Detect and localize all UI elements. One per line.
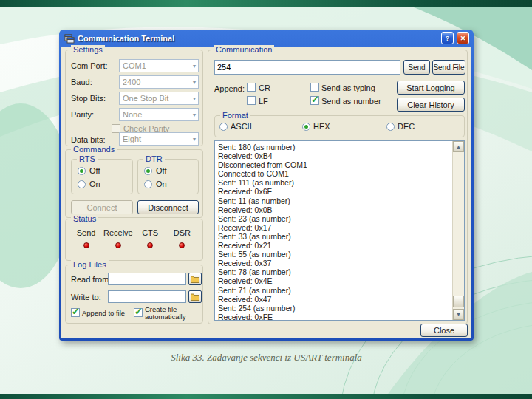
help-button[interactable]: ? [441,32,454,44]
rts-off-radio[interactable] [78,167,86,175]
window-close-button[interactable]: ✕ [457,32,469,44]
log-line: Sent: 11 (as number) [218,197,451,205]
format-group-label: Format [220,111,250,120]
write-to-label: Write to: [71,293,101,301]
chevron-down-icon: ▾ [193,79,196,86]
lf-label: LF [259,97,268,106]
commands-group-label: Commands [71,145,117,154]
dtr-group-label: DTR [143,154,165,163]
check-icon: ✓ [72,306,80,317]
stop-bits-value: One Stop Bit [123,94,193,103]
format-ascii-label: ASCII [231,122,252,131]
com-port-label: Com Port: [71,61,108,70]
data-bits-label: Data bits: [71,135,105,144]
clear-history-button[interactable]: Clear History [397,98,465,112]
status-receive: Receive [102,228,134,248]
figure-caption: Slika 33. Zadavanje sekvenci iz USART te… [59,352,474,364]
scrollbar-thumb[interactable] [453,296,464,307]
send-as-number-label: Send as number [321,97,381,106]
format-hex-label: HEX [313,122,330,131]
check-icon: ✓ [311,94,319,105]
disconnect-button[interactable]: Disconnect [137,200,199,214]
send-input[interactable] [214,60,400,75]
create-file-label: Create file automatically [145,306,198,321]
settings-group-label: Settings [71,45,105,54]
log-line: Disconnected from COM1 [218,160,451,169]
log-lines: Sent: 180 (as number) Received: 0xB4 Dis… [218,143,451,319]
start-logging-button[interactable]: Start Logging [397,81,465,95]
log-line: Received: 0x17 [218,223,451,232]
log-line: Sent: 71 (as number) [218,286,451,295]
parity-select[interactable]: None ▾ [119,108,199,121]
cr-label: CR [259,83,270,92]
communication-terminal-window: Communication Terminal ? ✕ Settings Com … [59,30,474,341]
chevron-down-icon: ▾ [193,63,196,69]
format-ascii-radio[interactable] [219,123,228,131]
rts-on-radio[interactable] [78,180,86,188]
send-button[interactable]: Send [403,60,430,75]
cts-led-indicator [147,242,153,248]
read-from-input[interactable] [108,273,186,285]
baud-select[interactable]: 2400 ▾ [119,75,199,89]
create-file-checkbox[interactable]: ✓ [134,308,143,317]
send-led-indicator [83,242,89,248]
read-from-label: Read from: [71,275,111,284]
log-output[interactable]: Sent: 180 (as number) Received: 0xB4 Dis… [214,140,465,321]
com-port-select[interactable]: COM1 ▾ [119,59,199,72]
log-line: Received: 0x0B [218,205,451,214]
scroll-down-button[interactable]: ▼ [453,309,464,320]
baud-label: Baud: [71,78,92,86]
write-to-input[interactable] [108,290,186,303]
format-group: Format ASCII HEX DEC [214,115,465,137]
rts-on-label: On [89,180,100,188]
chevron-down-icon: ▾ [193,112,196,118]
parity-label: Parity: [71,110,94,119]
data-bits-select[interactable]: Eight ▾ [119,132,199,146]
log-scrollbar[interactable]: ▲ ▼ [452,141,464,320]
log-line: Received: 0x21 [218,241,451,250]
settings-group: Settings Com Port: COM1 ▾ Baud: 2400 ▾ S… [65,50,203,146]
log-line: Received: 0x37 [218,259,451,267]
append-to-file-label: Append to file [82,310,125,317]
dtr-on-label: On [156,180,167,188]
bottom-border-strip [0,394,532,399]
status-group-label: Status [71,214,98,223]
log-line: Sent: 23 (as number) [218,214,451,223]
send-as-number-checkbox[interactable]: ✓ [310,96,319,105]
folder-icon [191,293,200,301]
connect-button[interactable]: Connect [71,200,133,214]
baud-value: 2400 [123,78,193,86]
browse-write-file-button[interactable] [188,290,202,303]
format-dec-radio[interactable] [386,123,395,131]
close-button[interactable]: Close [420,324,468,337]
log-line: Sent: 55 (as number) [218,250,451,259]
title-bar[interactable]: Communication Terminal ? ✕ [61,30,471,47]
stop-bits-label: Stop Bits: [71,94,106,103]
rts-group: RTS Off On [71,159,133,194]
stop-bits-select[interactable]: One Stop Bit ▾ [119,92,199,105]
dtr-off-radio[interactable] [144,167,152,175]
log-line: Received: 0x47 [218,295,451,304]
scrollbar-track[interactable] [453,152,464,309]
append-to-file-checkbox[interactable]: ✓ [71,308,80,317]
browse-read-file-button[interactable] [188,273,202,285]
send-as-typing-checkbox[interactable] [310,83,319,92]
log-line: Sent: 33 (as number) [218,232,451,241]
cr-checkbox[interactable] [247,83,256,92]
send-as-typing-label: Send as typing [321,83,375,92]
send-file-button[interactable]: Send File [432,60,466,75]
dtr-on-radio[interactable] [144,180,152,188]
log-line: Connected to COM1 [218,169,451,178]
rts-group-label: RTS [77,154,98,163]
lf-checkbox[interactable] [247,96,256,105]
status-send: Send [70,228,102,248]
log-line: Sent: 180 (as number) [218,143,451,151]
scroll-up-button[interactable]: ▲ [453,141,464,152]
window-title: Communication Terminal [78,34,438,43]
append-label: Append: [214,84,245,93]
format-hex-radio[interactable] [302,123,310,131]
log-line: Received: 0x4E [218,276,451,285]
data-bits-value: Eight [123,134,193,143]
check-icon: ✓ [134,306,143,317]
chevron-down-icon: ▾ [193,95,196,102]
